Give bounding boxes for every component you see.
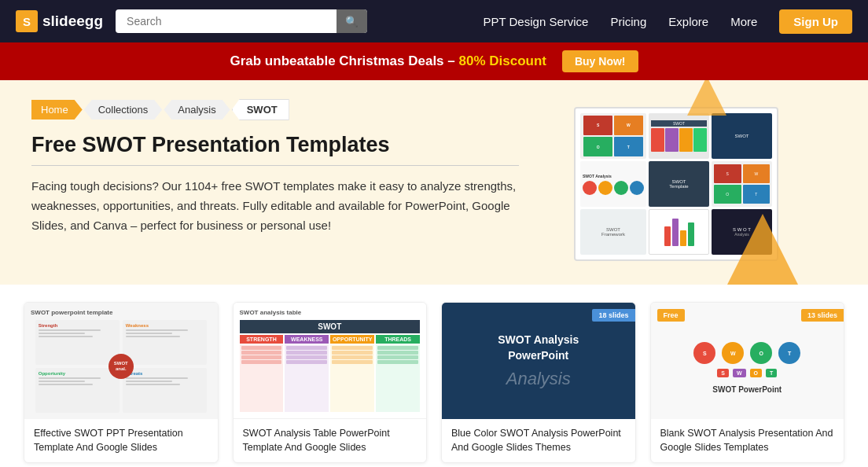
logo[interactable]: S slideegg <box>16 10 103 32</box>
nav-pricing[interactable]: Pricing <box>610 15 646 28</box>
card-3[interactable]: 18 slides SWOT Analysis PowerPoint Analy… <box>441 302 636 463</box>
tpl-thumb-6: S W O T <box>712 161 772 207</box>
card-2-thumb: SWOT analysis table SWOT STRENGTH <box>234 303 427 419</box>
search-icon: 🔍 <box>345 16 359 28</box>
nav-more[interactable]: More <box>730 15 757 28</box>
cards-section: SWOT powerpoint template Strength Weakne… <box>0 285 868 467</box>
hero-left: Home Collections Analysis SWOT Free SWOT… <box>31 99 550 235</box>
card-1-title: Effective SWOT PPT Presentation Template… <box>24 419 218 462</box>
tpl-thumb-7: SWOTFramework <box>580 209 646 255</box>
tpl-thumb-3: SWOT <box>712 113 772 159</box>
card-4[interactable]: Free 13 slides S W O T S W O T SWOT Powe… <box>650 302 845 463</box>
card-4-thumb: Free 13 slides S W O T S W O T SWOT Powe… <box>651 303 844 419</box>
header: S slideegg 🔍 PPT Design Service Pricing … <box>0 0 868 42</box>
banner-text: Grab unbeatable Christmas Deals – 80% Di… <box>230 53 546 69</box>
search-button[interactable]: 🔍 <box>337 9 367 33</box>
card-2-title: SWOT Analysis Table PowerPoint Template … <box>234 419 427 462</box>
tpl-thumb-1: S W O T <box>580 113 646 159</box>
card-3-title: Blue Color SWOT Analysis PowerPoint And … <box>442 419 635 462</box>
card-1-thumb: SWOT powerpoint template Strength Weakne… <box>24 303 218 419</box>
card-1[interactable]: SWOT powerpoint template Strength Weakne… <box>24 302 219 463</box>
nav-ppt-design[interactable]: PPT Design Service <box>483 15 588 28</box>
hero-section: Home Collections Analysis SWOT Free SWOT… <box>0 80 868 285</box>
search-bar: 🔍 <box>116 9 367 33</box>
template-preview: S W O T SWOT SWOT <box>574 107 778 261</box>
tpl-thumb-5: SWOTTemplate <box>649 161 709 207</box>
hero-description: Facing tough decisions? Our 1104+ free S… <box>31 177 527 235</box>
page-title: Free SWOT Presentation Templates <box>31 133 550 157</box>
promo-banner: Grab unbeatable Christmas Deals – 80% Di… <box>0 42 868 80</box>
banner-discount: 80% Discount <box>458 53 546 68</box>
breadcrumb-current: SWOT <box>232 99 289 120</box>
tpl-thumb-8 <box>649 209 709 255</box>
title-divider <box>31 165 519 166</box>
signup-button[interactable]: Sign Up <box>779 9 852 34</box>
orange-decor-right <box>723 214 802 285</box>
breadcrumb-home[interactable]: Home <box>31 100 83 120</box>
breadcrumb-collections[interactable]: Collections <box>84 100 163 120</box>
card-2[interactable]: SWOT analysis table SWOT STRENGTH <box>233 302 428 463</box>
cards-grid: SWOT powerpoint template Strength Weakne… <box>24 302 844 463</box>
breadcrumb-analysis[interactable]: Analysis <box>164 100 230 120</box>
card-1-thumb-label: SWOT powerpoint template <box>31 309 112 316</box>
tpl-thumb-2: SWOT <box>649 113 709 159</box>
logo-icon: S <box>16 10 38 32</box>
card-4-free-badge: Free <box>657 309 685 322</box>
orange-decor-top <box>687 80 726 116</box>
card-3-slides-badge: 18 slides <box>592 309 634 322</box>
card-3-thumb: 18 slides SWOT Analysis PowerPoint Analy… <box>442 303 635 419</box>
card-4-title: Blank SWOT Analysis Presentation And Goo… <box>651 419 844 462</box>
logo-text: slideegg <box>42 13 103 30</box>
search-input[interactable] <box>116 9 367 33</box>
card-4-slides-badge: 13 slides <box>801 309 844 322</box>
main-nav: PPT Design Service Pricing Explore More … <box>483 9 852 34</box>
buy-now-button[interactable]: Buy Now! <box>562 50 638 72</box>
breadcrumb: Home Collections Analysis SWOT <box>31 99 550 120</box>
tpl-thumb-4: SWOT Analysis <box>580 161 646 207</box>
nav-explore[interactable]: Explore <box>668 15 708 28</box>
